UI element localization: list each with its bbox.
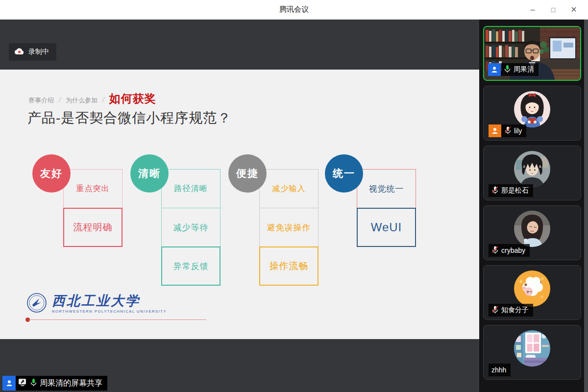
criteria-label: 流程明确 [74, 221, 113, 234]
participant-role-icon [488, 63, 501, 76]
category-label: 便捷 [236, 167, 259, 180]
criteria-label: 减少等待 [173, 222, 209, 233]
criteria-label: WeUI [371, 220, 402, 234]
app-window: 腾讯会议 – □ ✕ 录制中 赛事介绍 / 为 [0, 0, 588, 392]
mic-on-icon [504, 65, 511, 74]
titlebar: 腾讯会议 – □ ✕ [0, 0, 588, 20]
participant-namebar: 知食分子 [489, 304, 533, 317]
screen-share-area: 录制中 赛事介绍 / 为什么参加 / 如何获奖 产品-是否契合微信小程序规范？ … [0, 20, 479, 392]
category-label: 统一 [333, 167, 355, 180]
mic-muted-icon [491, 245, 499, 255]
presentation-slide: 赛事介绍 / 为什么参加 / 如何获奖 产品-是否契合微信小程序规范？ 友好重点… [0, 70, 479, 339]
slide-divider-line [26, 319, 206, 320]
criteria-box: 流程明确 [63, 208, 122, 247]
participant-avatar [514, 91, 550, 127]
cloud-record-icon [14, 48, 24, 57]
criteria-label: 操作流畅 [270, 260, 309, 272]
participant-tile[interactable]: 知食分子 [483, 265, 581, 320]
participant-name-pill: zhhh [489, 364, 511, 376]
category-circle: 友好 [32, 154, 71, 193]
criteria-box: 路径清晰 [161, 169, 220, 208]
meeting-body: 录制中 赛事介绍 / 为什么参加 / 如何获奖 产品-是否契合微信小程序规范？ … [0, 20, 588, 392]
category-circle: 统一 [325, 154, 363, 193]
recording-label: 录制中 [28, 48, 49, 56]
close-button[interactable]: ✕ [564, 0, 584, 20]
breadcrumb-separator: / [59, 96, 61, 104]
criteria-box: 视觉统一 [357, 169, 416, 208]
participant-avatar [514, 211, 550, 247]
breadcrumb-item: 赛事介绍 [28, 96, 54, 105]
category-box-stack: 减少输入避免误操作操作流畅 [259, 169, 318, 286]
university-name-en: NORTHWESTERN POLYTECHNICAL UNIVERSITY [52, 309, 167, 314]
window-title: 腾讯会议 [0, 5, 588, 14]
share-status-text: 周果清的屏幕共享 [40, 378, 102, 389]
participant-name: 那是松石 [501, 186, 529, 195]
criteria-box: 重点突出 [63, 169, 122, 208]
participant-name: zhhh [491, 366, 506, 374]
participant-namebar: 那是松石 [489, 184, 533, 197]
participant-name-pill: crybaby [489, 244, 530, 257]
sidebar-scrollbar[interactable] [584, 20, 588, 392]
participant-name-pill: 知食分子 [489, 304, 533, 317]
criteria-label: 路径清晰 [174, 184, 208, 194]
participant-name-pill: 那是松石 [489, 184, 533, 197]
mic-muted-icon [504, 126, 512, 136]
participant-tile[interactable]: 那是松石 [483, 146, 581, 200]
minimize-button[interactable]: – [522, 0, 543, 20]
participant-name: 知食分子 [501, 306, 529, 315]
maximize-button[interactable]: □ [543, 0, 564, 20]
university-logo: 西北工业大学 NORTHWESTERN POLYTECHNICAL UNIVER… [26, 293, 167, 315]
mic-muted-icon [491, 305, 499, 315]
mic-muted-icon [491, 186, 499, 196]
participant-avatar [514, 270, 550, 307]
university-seal-icon [26, 293, 47, 315]
recording-indicator[interactable]: 录制中 [9, 43, 56, 61]
sharer-mic-icon [30, 378, 37, 389]
criteria-box: 减少等待 [161, 208, 220, 247]
category-box-stack: 路径清晰减少等待异常反馈 [161, 169, 220, 286]
criteria-box: 操作流畅 [259, 246, 318, 286]
category-box-stack: 视觉统一WeUI [357, 169, 416, 247]
window-controls: – □ ✕ [522, 0, 588, 20]
criteria-box: 避免误操作 [259, 208, 318, 247]
participant-name-pill: lily [501, 124, 526, 137]
participant-tile[interactable]: lily [483, 86, 581, 141]
participant-name: 周果清 [514, 65, 534, 74]
breadcrumb-separator: / [102, 96, 104, 104]
participants-sidebar: 周果清 lily 那是松石 [479, 20, 588, 392]
divider-dot [25, 318, 30, 322]
participant-list: 周果清 lily 那是松石 [483, 26, 581, 380]
university-name-cn: 西北工业大学 [52, 294, 167, 308]
screen-share-status: 周果清的屏幕共享 [2, 376, 107, 391]
share-status-pill: 周果清的屏幕共享 [16, 376, 107, 391]
participant-name: crybaby [501, 246, 525, 254]
breadcrumb-active: 如何获奖 [109, 91, 156, 106]
criteria-box: 减少输入 [259, 169, 318, 208]
participant-namebar: zhhh [489, 364, 511, 376]
breadcrumb-item: 为什么参加 [66, 96, 98, 105]
breadcrumb: 赛事介绍 / 为什么参加 / 如何获奖 [28, 91, 156, 106]
sharer-role-icon [2, 376, 16, 391]
screen-share-icon [18, 378, 27, 388]
criteria-label: 避免误操作 [267, 222, 311, 233]
category-box-stack: 重点突出流程明确 [63, 169, 122, 247]
participant-namebar: 周果清 [488, 63, 539, 76]
participant-tile[interactable]: zhhh [483, 325, 581, 380]
criteria-box: 异常反馈 [161, 246, 220, 286]
category-circle: 清晰 [130, 154, 169, 193]
participant-tile[interactable]: 周果清 [483, 26, 581, 81]
participant-avatar [514, 151, 550, 187]
slide-title: 产品-是否契合微信小程序规范？ [27, 109, 231, 127]
participant-role-icon [489, 124, 501, 137]
criteria-label: 重点突出 [76, 184, 110, 194]
criteria-label: 异常反馈 [173, 261, 209, 272]
criteria-box: WeUI [357, 208, 416, 247]
participant-name-pill: 周果清 [501, 63, 539, 76]
participant-namebar: crybaby [489, 244, 530, 257]
criteria-label: 视觉统一 [369, 183, 404, 195]
participant-avatar [514, 330, 550, 367]
participant-tile[interactable]: crybaby [483, 205, 581, 260]
criteria-label: 减少输入 [272, 184, 306, 194]
category-circle: 便捷 [228, 154, 267, 193]
university-logo-text: 西北工业大学 NORTHWESTERN POLYTECHNICAL UNIVER… [52, 294, 167, 314]
